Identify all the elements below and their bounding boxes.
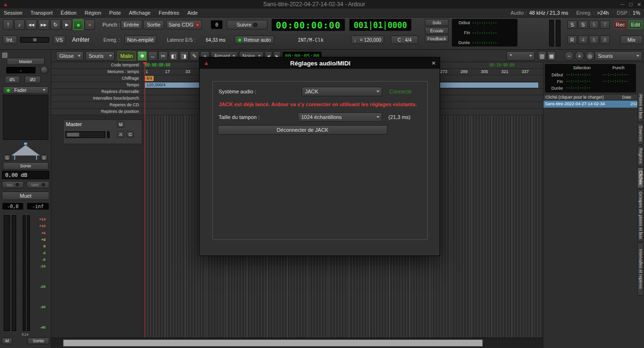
loudness-button[interactable]: Sonie (3, 162, 48, 170)
tab-sources[interactable]: Sources (637, 123, 644, 145)
shuttle-handle[interactable] (33, 38, 37, 42)
processor-box[interactable] (3, 95, 48, 140)
summary-view-range[interactable] (63, 339, 483, 347)
solo-iso-button[interactable]: Iso. (2, 181, 24, 188)
metronome-button[interactable]: ♪ (14, 19, 25, 30)
master-route-button[interactable]: Master (7, 58, 45, 65)
tab-pistes-et-bus[interactable]: Pistes et bus (637, 92, 644, 122)
peak-right-display[interactable]: -inf (27, 202, 49, 210)
punch-in-button[interactable]: Entrée (120, 20, 142, 29)
goto-start-button[interactable]: ◀◀ (26, 19, 37, 30)
stop-button[interactable]: ■ (73, 19, 83, 30)
meter-marker[interactable]: 4/4 (145, 76, 154, 81)
bank-button-7[interactable]: 7 (600, 20, 610, 29)
bank-button-4[interactable]: 4 (578, 36, 588, 44)
bank-button-r[interactable]: R (567, 36, 577, 44)
mix-window-button[interactable]: Mix (620, 36, 643, 44)
vs-button[interactable]: VS (53, 36, 65, 44)
solo-button[interactable]: Solo (425, 19, 449, 26)
rec-window-button[interactable]: Rec (614, 20, 627, 29)
gain-fader[interactable] (4, 215, 10, 331)
range-end-clock[interactable]: --:--:--:-- (472, 31, 497, 35)
save-icon[interactable]: ▤ (2, 51, 8, 58)
tab-intervalles[interactable]: Intervalles et repères (637, 242, 644, 295)
selection-start-clock[interactable]: --:--:--:-- (566, 73, 591, 77)
minimize-icon[interactable]: — (620, 2, 625, 7)
bank-button-8[interactable]: 8 (600, 36, 610, 44)
playhead[interactable] (145, 62, 145, 338)
fader-lock-button[interactable]: Verr. (27, 181, 49, 188)
pan-right-button[interactable]: D (41, 155, 47, 161)
track-name[interactable]: Master (66, 121, 82, 127)
punch-start-clock[interactable]: --:--:--:-- (603, 73, 628, 77)
menu-session[interactable]: Session (4, 10, 22, 16)
listen-button[interactable]: Écoute (425, 27, 449, 34)
play-button[interactable]: ▶ (62, 19, 72, 30)
close-icon[interactable]: ✕ (637, 2, 641, 7)
tool-range-button[interactable]: ↔ (148, 51, 157, 61)
audio-system-combo[interactable]: JACK (302, 87, 382, 96)
track-group-button[interactable]: G (127, 131, 134, 137)
edit-window-button[interactable]: Edit (628, 20, 643, 29)
tool-cut-button[interactable]: ✂ (158, 51, 168, 61)
smart-mode-button[interactable]: Malin (118, 51, 136, 61)
output-button[interactable]: Sortie (28, 338, 49, 344)
gain-readout[interactable]: 0,00 dB (2, 171, 49, 179)
selection-duration-clock[interactable]: --:--:--:-- (566, 86, 591, 90)
secondary-clock[interactable]: 001|01|0000 (349, 18, 412, 31)
selection-end-clock[interactable]: --:--:--:-- (566, 79, 591, 83)
mmc-button[interactable]: Sans CDG (166, 20, 202, 29)
menu-region[interactable]: Région (84, 10, 101, 16)
menu-affichage[interactable]: Affichage (129, 10, 151, 16)
gain-fader-2[interactable] (12, 215, 16, 331)
zoom-fit-button[interactable]: ◎ (585, 51, 595, 61)
track-fader-handle[interactable] (67, 133, 79, 137)
mouse-mode-combo[interactable]: Souris (85, 51, 115, 61)
pan-widget[interactable]: G D (3, 142, 48, 161)
sync-int-button[interactable]: Int. (3, 36, 17, 44)
track-mute-button[interactable]: M (117, 121, 124, 128)
tempo-button[interactable]: ♩ = 120,000 (351, 36, 384, 44)
goto-end-button[interactable]: ▶▶ (38, 19, 49, 30)
punch-out-button[interactable]: Sortie (143, 20, 164, 29)
grab-mode-combo[interactable]: Glisse (56, 51, 83, 61)
midi-panic-button[interactable]: ! (3, 19, 13, 30)
feedback-button[interactable]: Feedback (425, 35, 449, 42)
tab-groupes[interactable]: Groupes de pistes et bus (637, 189, 644, 241)
bank-button-5[interactable]: 5 (589, 20, 599, 29)
tool-draw-button[interactable]: ✎ (190, 51, 199, 61)
range-duration-clock[interactable]: --:--:--:-- (472, 41, 497, 45)
marker-menu-combo[interactable]: * (506, 51, 535, 61)
summary-navigator[interactable] (51, 338, 543, 348)
phase1-button[interactable]: Ø1 (5, 76, 20, 83)
phase2-button[interactable]: Ø2 (25, 76, 41, 83)
loop-button[interactable]: ↻ (50, 19, 61, 30)
meter-button[interactable]: C : 4/4 (391, 36, 418, 44)
tab-cliches[interactable]: Clichés (637, 167, 644, 188)
zoom-toggle-a-button[interactable]: ▥ (538, 51, 546, 61)
track-automation-button[interactable]: A (117, 131, 124, 137)
tab-regions[interactable]: Régions (637, 146, 644, 166)
monitor-knob[interactable] (40, 66, 48, 74)
meter-type-label[interactable]: K14 (22, 332, 28, 337)
snapshot-row-selected[interactable]: Sans-titre-2022-04-27-14-02-34 202 (543, 101, 638, 108)
zoom-in-button[interactable]: + (575, 51, 584, 61)
maximize-icon[interactable]: ▢ (629, 2, 633, 7)
record-button[interactable]: ● (84, 19, 95, 30)
monitor-gain-display[interactable]: - (6, 66, 36, 74)
zoom-out-button[interactable]: − (564, 51, 574, 61)
playhead-marker-icon[interactable] (143, 62, 147, 65)
primary-clock[interactable]: 00:00:00:00 (271, 18, 345, 31)
menu-piste[interactable]: Piste (109, 10, 120, 16)
tool-timefx-button[interactable]: ◨ (179, 51, 189, 61)
zoom-toggle-b-button[interactable]: ▦ (547, 51, 556, 61)
bank-button-s1[interactable]: S (567, 20, 577, 29)
shuttle-fader[interactable] (20, 37, 49, 43)
master-track-header[interactable]: Master M A G (63, 119, 142, 144)
zoom-focus-combo[interactable]: Souris (595, 51, 642, 61)
follow-button[interactable]: Suivre (227, 20, 267, 29)
bank-button-6[interactable]: 6 (589, 36, 599, 44)
sync-source[interactable]: INT/M-Clk (298, 37, 323, 43)
mono-button[interactable]: M (2, 338, 12, 344)
pan-handle[interactable] (24, 142, 28, 145)
